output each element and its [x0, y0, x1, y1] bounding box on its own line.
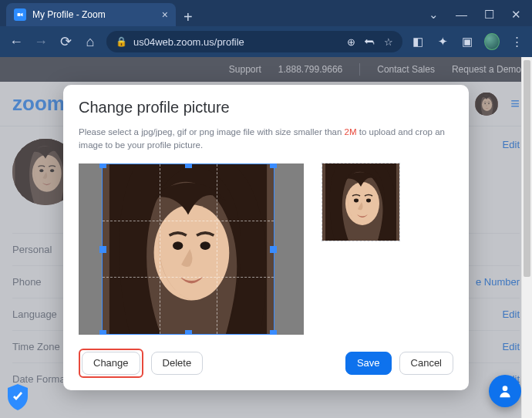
window-maximize-icon[interactable]: ☐ — [484, 8, 494, 22]
change-button-highlight: Change — [79, 349, 143, 378]
crop-handle[interactable] — [185, 330, 192, 335]
window-minimize-icon[interactable]: — — [456, 8, 467, 22]
crop-handle[interactable] — [99, 163, 106, 168]
scrollbar[interactable] — [521, 57, 532, 418]
home-button[interactable]: ⌂ — [82, 34, 99, 50]
scrollbar-thumb[interactable] — [524, 60, 530, 277]
tab-close-icon[interactable]: × — [162, 9, 168, 20]
lock-icon: 🔒 — [116, 36, 127, 47]
svg-rect-5 — [18, 13, 21, 16]
url-text: us04web.zoom.us/profile — [133, 36, 244, 48]
cancel-button[interactable]: Cancel — [399, 352, 453, 375]
back-button[interactable]: ← — [8, 34, 25, 50]
change-button[interactable]: Change — [82, 352, 140, 375]
help-fab[interactable] — [489, 375, 521, 407]
zoom-indicator-icon[interactable]: ⊕ — [347, 36, 355, 48]
cast-icon[interactable]: ◧ — [410, 35, 426, 49]
modal-overlay: Change profile picture Please select a j… — [0, 57, 532, 418]
crop-selection[interactable] — [102, 163, 274, 335]
share-icon[interactable]: ⮪ — [365, 36, 375, 48]
browser-tab[interactable]: My Profile - Zoom × — [6, 3, 176, 26]
save-button[interactable]: Save — [345, 352, 392, 375]
modal-description: Please select a jpg/jpeg, gif or png ima… — [79, 126, 453, 153]
kebab-menu-icon[interactable]: ⋮ — [509, 35, 524, 49]
reload-button[interactable]: ⟳ — [57, 33, 74, 50]
address-bar[interactable]: 🔒 us04web.zoom.us/profile ⊕ ⮪ ☆ — [106, 31, 402, 52]
profile-avatar-icon[interactable] — [484, 33, 500, 50]
svg-point-6 — [503, 386, 508, 391]
crop-handle[interactable] — [270, 246, 277, 253]
change-picture-modal: Change profile picture Please select a j… — [63, 85, 469, 390]
crop-handle[interactable] — [185, 163, 192, 168]
security-shield-icon[interactable] — [5, 383, 31, 412]
chevron-down-icon[interactable]: ⌄ — [429, 8, 439, 22]
zoom-favicon — [14, 8, 26, 21]
extensions-icon[interactable]: ✦ — [435, 35, 450, 49]
delete-button[interactable]: Delete — [151, 352, 204, 375]
new-tab-button[interactable]: + — [176, 8, 200, 26]
crop-handle[interactable] — [270, 163, 277, 168]
crop-canvas[interactable] — [79, 163, 304, 335]
star-icon[interactable]: ☆ — [384, 36, 393, 48]
crop-handle[interactable] — [99, 246, 106, 253]
tab-title: My Profile - Zoom — [32, 9, 156, 20]
crop-handle[interactable] — [99, 330, 106, 335]
modal-title: Change profile picture — [79, 99, 453, 116]
window-close-icon[interactable]: ✕ — [511, 8, 521, 22]
reader-icon[interactable]: ▣ — [460, 35, 475, 49]
crop-handle[interactable] — [270, 330, 277, 335]
crop-grid — [103, 164, 274, 334]
crop-preview — [322, 163, 399, 241]
forward-button[interactable]: → — [32, 34, 49, 50]
